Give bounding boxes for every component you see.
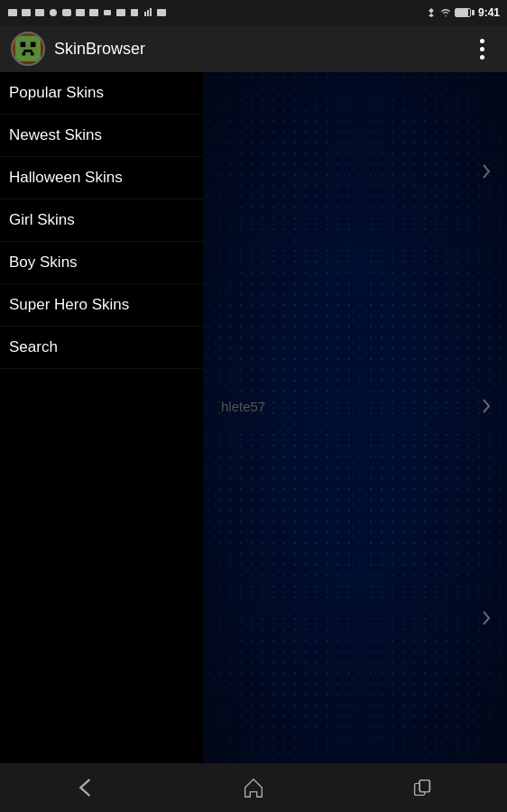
home-icon <box>241 775 266 800</box>
right-panel: hlete57 <box>203 72 507 763</box>
svg-rect-6 <box>89 9 98 16</box>
svg-rect-16 <box>31 42 36 48</box>
chevron-right-icon-3 <box>473 604 500 632</box>
right-panel-item-2[interactable]: hlete57 <box>203 392 507 420</box>
signal-icon <box>34 8 45 17</box>
svg-rect-19 <box>31 52 34 56</box>
menu-item-halloween-skins[interactable]: Halloween Skins <box>0 157 203 199</box>
left-panel: Popular Skins Newest Skins Halloween Ski… <box>0 72 203 763</box>
android-icon <box>7 8 18 17</box>
svg-point-3 <box>50 9 57 16</box>
svg-rect-4 <box>62 9 71 16</box>
app-icon-small-2 <box>61 8 72 17</box>
menu-item-popular-skins[interactable]: Popular Skins <box>0 72 203 115</box>
svg-rect-7 <box>104 10 111 15</box>
svg-rect-1 <box>22 9 31 16</box>
svg-rect-5 <box>76 9 85 16</box>
back-icon <box>72 775 97 800</box>
overflow-dots-icon <box>480 39 484 60</box>
status-bar-right-icons: 9:41 <box>426 6 500 19</box>
svg-rect-21 <box>420 780 430 792</box>
right-panel-item-1[interactable] <box>203 158 507 185</box>
wifi-icon <box>440 8 451 17</box>
svg-rect-15 <box>21 42 26 48</box>
menu-item-super-hero-skins[interactable]: Super Hero Skins <box>0 284 203 327</box>
notification-icon-6 <box>143 8 153 17</box>
app-icon <box>11 32 45 66</box>
svg-rect-11 <box>147 10 149 16</box>
notification-icon-2 <box>88 8 99 17</box>
notification-icon-3 <box>102 8 113 17</box>
svg-rect-14 <box>15 36 41 61</box>
home-button[interactable] <box>226 770 281 806</box>
notification-icon-1 <box>75 8 86 17</box>
battery-icon <box>455 8 475 17</box>
recents-icon <box>410 775 435 800</box>
recents-button[interactable] <box>395 770 449 806</box>
menu-item-girl-skins[interactable]: Girl Skins <box>0 199 203 242</box>
menu-item-search[interactable]: Search <box>0 327 203 369</box>
menu-item-newest-skins[interactable]: Newest Skins <box>0 115 203 157</box>
nav-bar <box>0 763 507 812</box>
status-bar: 9:41 <box>0 0 507 25</box>
app-title: SkinBrowser <box>54 40 467 59</box>
app-icon-small-1 <box>48 8 59 17</box>
notification-icon-4 <box>115 8 126 17</box>
right-panel-item-3[interactable] <box>203 604 507 632</box>
svg-rect-17 <box>23 50 32 52</box>
svg-rect-10 <box>144 12 146 16</box>
notification-icon-7 <box>156 8 167 17</box>
svg-rect-12 <box>150 8 152 16</box>
svg-rect-13 <box>157 9 166 16</box>
status-bar-left-icons <box>7 8 167 17</box>
status-time: 9:41 <box>478 6 500 19</box>
main-content: Popular Skins Newest Skins Halloween Ski… <box>0 72 507 763</box>
chevron-right-icon-1 <box>473 158 500 185</box>
chevron-right-icon-2 <box>473 392 500 420</box>
overflow-menu-button[interactable] <box>467 34 496 63</box>
right-panel-label-2: hlete57 <box>203 399 473 414</box>
svg-rect-2 <box>35 9 44 16</box>
svg-rect-18 <box>22 52 25 56</box>
svg-rect-8 <box>116 9 125 16</box>
bluetooth-icon <box>426 8 437 17</box>
svg-rect-0 <box>8 9 17 16</box>
wifi-small-icon <box>21 8 32 17</box>
back-button[interactable] <box>58 770 112 806</box>
notification-icon-5 <box>129 8 140 17</box>
menu-item-boy-skins[interactable]: Boy Skins <box>0 242 203 284</box>
app-bar: SkinBrowser <box>0 25 507 72</box>
svg-rect-9 <box>131 9 138 16</box>
